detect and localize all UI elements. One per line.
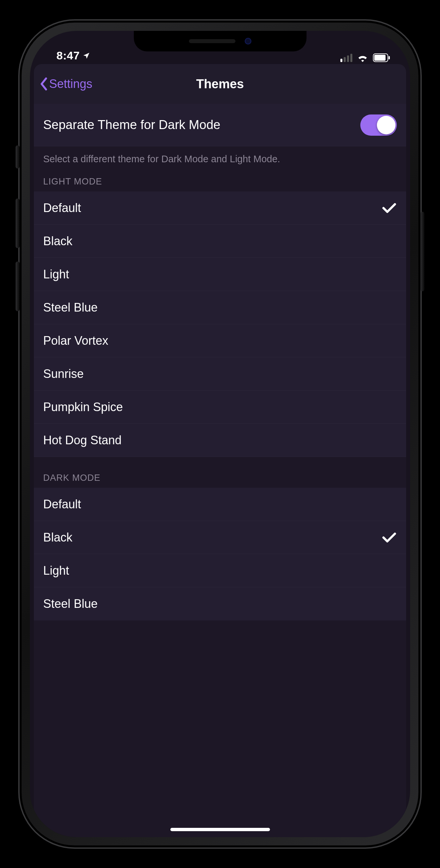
back-button[interactable]: Settings [34,77,92,91]
theme-label: Steel Blue [43,301,397,315]
theme-label: Steel Blue [43,597,397,611]
theme-row[interactable]: Pumpkin Spice [34,391,406,424]
battery-icon [373,54,390,62]
theme-label: Default [43,201,382,215]
svg-rect-1 [374,55,385,61]
theme-row[interactable]: Black [34,225,406,258]
section-header: Dark Mode [34,457,406,488]
wifi-icon [357,54,368,62]
checkmark-icon [382,532,397,544]
section-header: Light Mode [34,168,406,191]
chevron-left-icon [39,77,49,91]
theme-row[interactable]: Light [34,258,406,291]
back-label: Settings [49,77,92,91]
separate-theme-footer: Select a different theme for Dark Mode a… [34,146,406,168]
theme-row[interactable]: Default [34,488,406,521]
theme-row[interactable]: Default [34,191,406,225]
checkmark-icon [382,202,397,214]
cell-signal-icon [341,54,352,62]
theme-row[interactable]: Hot Dog Stand [34,424,406,457]
theme-label: Pumpkin Spice [43,400,397,414]
theme-label: Hot Dog Stand [43,433,397,447]
theme-label: Black [43,531,382,545]
svg-rect-2 [388,56,390,59]
home-indicator[interactable] [170,828,270,831]
theme-row[interactable]: Sunrise [34,358,406,391]
theme-label: Light [43,268,397,281]
separate-theme-toggle[interactable] [360,115,397,136]
theme-row[interactable]: Steel Blue [34,587,406,620]
location-icon [82,52,90,60]
theme-row[interactable]: Steel Blue [34,291,406,324]
theme-label: Polar Vortex [43,334,397,348]
navigation-bar: Settings Themes [34,64,406,104]
theme-label: Light [43,564,397,578]
theme-label: Black [43,234,397,248]
theme-label: Default [43,497,397,511]
theme-row[interactable]: Polar Vortex [34,324,406,358]
theme-row[interactable]: Light [34,554,406,587]
theme-label: Sunrise [43,367,397,381]
separate-theme-row[interactable]: Separate Theme for Dark Mode [34,104,406,146]
status-time: 8:47 [56,49,80,62]
separate-theme-label: Separate Theme for Dark Mode [43,118,360,132]
theme-row[interactable]: Black [34,521,406,554]
